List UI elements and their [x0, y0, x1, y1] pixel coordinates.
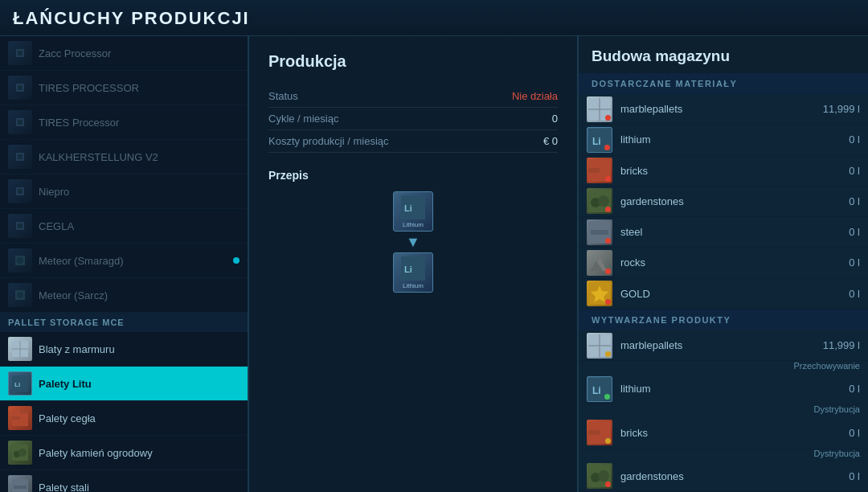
- sidebar-item-meteor2[interactable]: Meteor (Sarcz): [0, 278, 248, 313]
- cost-value: € 0: [543, 135, 558, 147]
- recipe-item-top[interactable]: Li Lithium: [393, 191, 433, 232]
- material-row-rocks-supplied[interactable]: rocks 0 l: [579, 248, 868, 278]
- svg-text:Li: Li: [592, 385, 601, 396]
- material-name: marblepallets: [620, 103, 817, 115]
- material-amount: 0 l: [849, 133, 860, 146]
- recipe-arrow: ▼: [406, 235, 420, 249]
- recipe-item-bottom[interactable]: Li Lithium: [393, 252, 433, 293]
- cost-row: Koszty produkcji / miesiąc € 0: [268, 130, 558, 153]
- cycle-label: Cykle / miesiąc: [268, 113, 338, 125]
- supplied-section-header: DOSTARCZANE MATERIAŁY: [579, 73, 868, 94]
- cycle-value: 0: [552, 113, 558, 125]
- material-row-lithium-produced[interactable]: Li lithium 0 l: [579, 374, 868, 404]
- garden-material-icon: [587, 188, 612, 214]
- status-dot: [605, 238, 611, 244]
- svg-rect-11: [18, 223, 23, 228]
- processor-icon: [8, 110, 32, 134]
- svg-rect-28: [14, 486, 27, 489]
- status-dot: [605, 438, 611, 444]
- garden-icon: [8, 441, 32, 465]
- svg-point-46: [598, 195, 609, 207]
- material-amount: 0 l: [849, 288, 860, 300]
- material-row-garden-supplied[interactable]: gardenstones 0 l: [579, 187, 868, 217]
- material-name: lithium: [620, 133, 842, 146]
- material-name: GOLD: [620, 288, 842, 300]
- main-layout: Zacc Processor TIRES PROCESSOR TIRES Pro…: [0, 36, 868, 492]
- sidebar-item-kalk[interactable]: KALKHERSTELLUNG V2: [0, 140, 248, 174]
- svg-text:Li: Li: [404, 203, 412, 213]
- status-dot: [605, 269, 611, 274]
- recipe-section: Przepis Li Lithium ▼ Li Lithium: [268, 169, 558, 293]
- material-name: steel: [620, 226, 842, 238]
- material-row-garden-produced[interactable]: gardenstones 0 l: [579, 461, 868, 492]
- material-row-gold-supplied[interactable]: GOLD 0 l: [579, 279, 868, 310]
- steel-icon: [8, 475, 32, 492]
- sidebar-item-blaty[interactable]: Blaty z marmuru: [0, 332, 248, 367]
- material-row-marblepallets-supplied[interactable]: marblepallets 11,999 l: [579, 94, 868, 125]
- material-name: gardenstones: [620, 195, 842, 207]
- sidebar-item-palety-stali[interactable]: Palety stali: [0, 470, 248, 492]
- material-row-marblepallets-produced[interactable]: marblepallets 11,999 l: [579, 330, 868, 361]
- status-row: Status Nie działa: [268, 85, 558, 108]
- sidebar-item-label: Niepro: [39, 186, 69, 198]
- svg-rect-22: [12, 416, 20, 420]
- sidebar-item-label: Palety cegła: [39, 412, 96, 424]
- sidebar-item-tires1[interactable]: TIRES PROCESSOR: [0, 71, 248, 105]
- steel-material-icon: [587, 219, 612, 245]
- material-name: lithium: [620, 383, 842, 395]
- marble-material-icon: [587, 96, 612, 122]
- svg-text:Li: Li: [404, 264, 412, 274]
- sidebar-item-palety-litu[interactable]: Li Palety Litu: [0, 367, 248, 401]
- brick-icon: [8, 406, 32, 430]
- sidebar-item-meteor1[interactable]: Meteor (Smaragd): [0, 244, 248, 278]
- sublabel-marblepallets: Przechowywanie: [579, 361, 868, 374]
- svg-point-15: [17, 292, 23, 298]
- processor-icon: [8, 283, 32, 307]
- processor-icon: [8, 41, 32, 65]
- material-row-steel-supplied[interactable]: steel 0 l: [579, 217, 868, 248]
- marble-produced-icon: [587, 333, 612, 359]
- material-row-lithium-supplied[interactable]: Li lithium 0 l: [579, 125, 868, 155]
- svg-text:Li: Li: [14, 381, 20, 388]
- material-row-bricks-produced[interactable]: bricks 0 l: [579, 417, 868, 448]
- material-amount: 11,999 l: [823, 339, 860, 351]
- sidebar-item-label: Zacc Processor: [39, 47, 111, 59]
- sidebar-item-label: TIRES PROCESSOR: [39, 82, 139, 94]
- svg-text:Li: Li: [592, 136, 601, 147]
- material-name: bricks: [620, 165, 842, 177]
- svg-rect-1: [18, 51, 23, 55]
- svg-rect-5: [18, 120, 23, 125]
- material-amount: 0 l: [849, 195, 860, 207]
- status-dot: [604, 394, 610, 400]
- material-amount: 11,999 l: [823, 103, 860, 115]
- sidebar-item-zacc[interactable]: Zacc Processor: [0, 36, 248, 71]
- right-panel: Budowa magazynu DOSTARCZANE MATERIAŁY ma…: [579, 36, 868, 492]
- sidebar-item-cegla[interactable]: CEGLA: [0, 209, 248, 244]
- material-amount: 0 l: [849, 427, 860, 439]
- material-row-bricks-supplied[interactable]: bricks 0 l: [579, 156, 868, 187]
- svg-rect-3: [18, 85, 23, 90]
- cost-label: Koszty produkcji / miesiąc: [268, 135, 389, 147]
- sidebar-item-palety-kamien[interactable]: Palety kamień ogrodowy: [0, 436, 248, 470]
- svg-point-62: [598, 470, 609, 482]
- sidebar-item-palety-cegla[interactable]: Palety cegła: [0, 401, 248, 436]
- sublabel-lithium: Dystrybucja: [579, 404, 868, 417]
- sidebar-item-label: Palety kamień ogrodowy: [39, 447, 153, 459]
- material-name: bricks: [620, 427, 842, 439]
- sidebar-item-tires2[interactable]: TIRES Processor: [0, 105, 248, 140]
- material-amount: 0 l: [849, 470, 860, 482]
- status-value: Nie działa: [512, 90, 558, 102]
- status-dot: [605, 351, 611, 357]
- svg-rect-43: [588, 168, 600, 173]
- brick-material-icon: [587, 158, 612, 183]
- material-amount: 0 l: [849, 383, 860, 395]
- garden-produced-icon: [587, 463, 612, 489]
- sidebar-item-label: TIRES Processor: [39, 117, 119, 129]
- gold-material-icon: [587, 281, 612, 306]
- material-name: marblepallets: [620, 339, 817, 351]
- sidebar-item-niepro[interactable]: Niepro: [0, 174, 248, 209]
- svg-rect-7: [18, 154, 23, 159]
- sublabel-bricks: Dystrybucja: [579, 449, 868, 461]
- sidebar-item-label: Meteor (Smaragd): [39, 255, 123, 267]
- sidebar-item-label: Blaty z marmuru: [39, 343, 115, 355]
